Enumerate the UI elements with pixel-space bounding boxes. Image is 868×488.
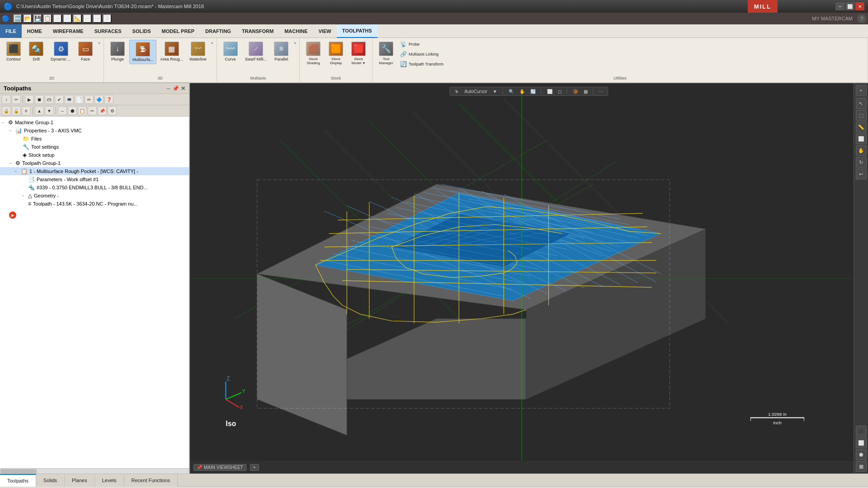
menu-file[interactable]: FILE xyxy=(0,24,22,38)
drill-button[interactable]: 🔩 Drill xyxy=(25,40,47,63)
expand-btn[interactable]: ⬟ xyxy=(68,106,77,115)
menu-model-prep[interactable]: MODEL PREP xyxy=(156,24,200,38)
copy-btn[interactable]: 📋 xyxy=(78,106,87,115)
unlock-btn[interactable]: 🔓 xyxy=(12,106,21,115)
select-all-btn[interactable]: ↕ xyxy=(2,95,11,104)
menu-drafting[interactable]: DRAFTING xyxy=(200,24,236,38)
play-button[interactable]: ▶ xyxy=(9,211,16,219)
contour-button[interactable]: ⬛ Contour xyxy=(3,40,24,63)
panel-pin-btn[interactable]: 📌 xyxy=(172,85,179,92)
expand-geometry[interactable]: − xyxy=(22,193,27,198)
menu-toolpaths[interactable]: TOOLPATHS xyxy=(337,24,377,38)
tab-solids[interactable]: Solids xyxy=(36,474,65,487)
vp-zoom-in-tool[interactable]: + xyxy=(856,85,867,96)
expand-machine-group[interactable]: − xyxy=(2,120,7,125)
face-button[interactable]: ▭ Face xyxy=(75,40,96,63)
panel-close-btn[interactable]: ✕ xyxy=(181,85,185,92)
vp-pan-btn[interactable]: ✋ xyxy=(518,89,527,94)
area-rough-button[interactable]: ▦ Area Roug... xyxy=(157,40,186,63)
save-button[interactable]: 💾 xyxy=(33,14,42,23)
filter-btn[interactable]: ≡ xyxy=(22,106,31,115)
menu-view[interactable]: VIEW xyxy=(313,24,337,38)
tree-tool-settings[interactable]: 🔧 Tool settings xyxy=(0,143,189,151)
stock-display-button[interactable]: 🟧 StockDisplay xyxy=(325,40,347,67)
vp-fit-btn[interactable]: ⬜ xyxy=(545,89,554,94)
vp-cursor-tool[interactable]: ↖ xyxy=(856,98,867,109)
vp-bottom-tool-2[interactable]: ⬜ xyxy=(856,437,867,448)
vp-rotate-tool[interactable]: ↻ xyxy=(856,157,867,168)
tree-properties[interactable]: − 📊 Properties - 3 - AXIS VMC xyxy=(0,127,189,135)
help-btn[interactable]: ❓ xyxy=(104,95,113,104)
highfeed-btn[interactable]: ✏ xyxy=(85,95,94,104)
menu-solids[interactable]: SOLIDS xyxy=(127,24,156,38)
vp-autocursor-dropdown[interactable]: ▼ xyxy=(491,89,499,94)
quick-access-dropdown[interactable]: ⬇ xyxy=(103,14,112,23)
collapse-btn[interactable]: ↔ xyxy=(58,106,67,115)
multiaxis-expand-arrow[interactable]: ▼ xyxy=(293,42,297,45)
tab-recent-functions[interactable]: Recent Functions xyxy=(124,474,178,487)
menu-surfaces[interactable]: SURFACES xyxy=(89,24,127,38)
vp-bottom-tool-1[interactable]: ⬛ xyxy=(856,426,867,436)
settings-btn[interactable]: ⚙ xyxy=(108,106,117,115)
help-button[interactable]: ? xyxy=(857,14,866,23)
vp-select-tool[interactable]: ⬚ xyxy=(856,110,867,121)
waterline-button[interactable]: 〰 Waterline xyxy=(187,40,209,63)
parallel-button[interactable]: ≡ Parallel xyxy=(270,40,292,63)
vp-autocursor-btn[interactable]: AutoCursor xyxy=(462,89,489,94)
redo-button[interactable]: ↪ xyxy=(93,14,102,23)
vp-measure-tool[interactable]: 📏 xyxy=(856,122,867,132)
plunge-button[interactable]: ↓ Plunge xyxy=(107,40,128,63)
tree-machine-group[interactable]: − ⚙ Machine Group-1 xyxy=(0,118,189,127)
simulate-btn[interactable]: 💻 xyxy=(65,95,74,104)
lock-btn[interactable]: 🔒 xyxy=(2,106,11,115)
vp-more-btn[interactable]: ⋯ xyxy=(597,89,605,94)
menu-machine[interactable]: MACHINE xyxy=(279,24,313,38)
scroll-thumb[interactable] xyxy=(0,469,37,474)
tree-toolpath[interactable]: ≡ Toolpath - 143.5K - 3634-20.NC - Progr… xyxy=(0,200,189,208)
isometric-btn[interactable]: 🔷 xyxy=(94,95,104,104)
menu-transform[interactable]: TRANSFORM xyxy=(236,24,279,38)
new-button[interactable]: 🆕 xyxy=(13,14,22,23)
expand-toolpath-group[interactable]: − xyxy=(9,161,14,165)
tree-files[interactable]: 📁 Files xyxy=(0,135,189,143)
verify-btn[interactable]: ✔ xyxy=(55,95,64,104)
stop-btn[interactable]: ⏹ xyxy=(35,95,44,104)
vp-rotate-btn[interactable]: 🔄 xyxy=(528,89,538,94)
vp-wireframe-btn[interactable]: ▦ xyxy=(582,89,590,94)
run-btn[interactable]: ▶ xyxy=(25,95,34,104)
vp-select-btn[interactable]: ◻ xyxy=(556,89,563,94)
move-down-btn[interactable]: ▼ xyxy=(45,106,54,115)
multiaxis-linking-button[interactable]: 🔗 Multiaxis Linking xyxy=(398,50,445,59)
verify-button[interactable]: ✔ xyxy=(63,14,72,23)
close-button[interactable]: ✕ xyxy=(855,2,864,10)
dynamic-button[interactable]: ⚙ Dynamic ... xyxy=(48,40,74,63)
tree-multisurface-op[interactable]: − 📋 1 - Multisurface Rough Pocket - [WCS… xyxy=(0,167,189,175)
restore-button[interactable]: ⬜ xyxy=(845,2,854,10)
menu-wireframe[interactable]: WIREFRAME xyxy=(47,24,89,38)
vp-shading-btn[interactable]: 🔆 xyxy=(571,89,580,94)
expand-properties[interactable]: − xyxy=(9,128,14,133)
tool-manager-button[interactable]: 🔧 ToolManager xyxy=(375,40,397,67)
tree-parameters[interactable]: 📑 Parameters - Work offset #1 xyxy=(0,175,189,183)
stock-model-button[interactable]: 🟥 StockModel ▼ xyxy=(348,40,369,67)
tab-planes[interactable]: Planes xyxy=(65,474,95,487)
panel-scrollbar[interactable] xyxy=(0,468,189,474)
post-btn[interactable]: 📄 xyxy=(75,95,84,104)
tree-stock-setup[interactable]: ◈ Stock setup xyxy=(0,151,189,159)
vp-undo-view-tool[interactable]: ↩ xyxy=(856,169,867,179)
save-as-button[interactable]: 📋 xyxy=(43,14,52,23)
tree-tool[interactable]: 🔩 #339 - 0.3750 ENDMILL3 BULL - 3/8 BULL… xyxy=(0,183,189,192)
stock-shading-button[interactable]: 🟫 StockShading xyxy=(302,40,324,67)
undo-button[interactable]: ↩ xyxy=(83,14,92,23)
curve-button[interactable]: 〰 Curve xyxy=(220,40,241,63)
2d-expand-arrow[interactable]: ▼ xyxy=(98,42,101,45)
tab-levels[interactable]: Levels xyxy=(95,474,124,487)
my-mastercam-label[interactable]: MY MASTERCAM xyxy=(812,16,853,21)
tree-geometry[interactable]: − △ Geometry - xyxy=(0,192,189,200)
move-up-btn[interactable]: ▲ xyxy=(35,106,44,115)
backplot-btn[interactable]: 🗃 xyxy=(45,95,54,104)
vp-bottom-tool-4[interactable]: ▦ xyxy=(856,461,867,472)
vp-zoom-fit-tool[interactable]: ⬜ xyxy=(856,133,867,144)
vp-pan-tool[interactable]: ✋ xyxy=(856,145,867,156)
toolpath-transform-button[interactable]: 🔄 Toolpath Transform xyxy=(398,60,445,69)
